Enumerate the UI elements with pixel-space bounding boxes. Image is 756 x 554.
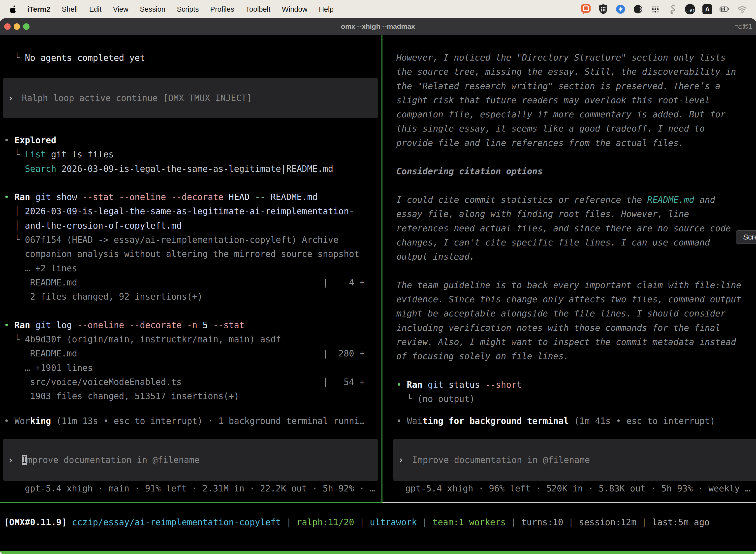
prompt-chevron: › xyxy=(8,93,13,103)
screen: { "menu_bar": { "items": ["iTerm2","Shel… xyxy=(0,0,756,554)
terminal-line xyxy=(392,364,756,378)
terminal-line: However, I noticed the "Directory Struct… xyxy=(392,51,756,65)
terminal-line xyxy=(0,176,381,190)
right-model-status-line: gpt-5.4 xhigh · 96% left · 520K in · 5.8… xyxy=(405,482,750,496)
terminal-line: README.md | 280 + xyxy=(0,346,381,361)
window-title: omx --xhigh --madmax xyxy=(0,22,756,31)
terminal-line: │ 2026-03-09-is-legal-the-same-as-legiti… xyxy=(0,204,381,218)
text-cursor: I xyxy=(22,455,27,465)
terminal-line: references need actual files, and since … xyxy=(392,221,756,235)
shield-grid-icon[interactable] xyxy=(598,4,609,15)
terminal-line: README.md | 4 + xyxy=(0,276,381,290)
terminal-line: • Explored xyxy=(0,133,381,148)
screen-tooltip: Scre xyxy=(736,230,756,244)
close-button[interactable] xyxy=(4,23,11,30)
window-titlebar[interactable]: omx --xhigh --madmax ⌥⌘1 xyxy=(0,18,756,35)
moon-circle-icon[interactable] xyxy=(632,4,643,15)
terminal-line: companion file, especially if more comme… xyxy=(392,107,756,122)
terminal-line: The team guideline is to back every impo… xyxy=(392,278,756,292)
tmux-session-label: [omx-cczip0:bash* xyxy=(2,553,91,554)
messages-icon[interactable] xyxy=(580,4,591,15)
terminal-line: changes, I can't cite specific file line… xyxy=(392,235,756,250)
terminal-line: might be acceptable alongside the file l… xyxy=(392,307,756,321)
terminal-line: I could cite commit statistics or refere… xyxy=(392,193,756,207)
left-input-box[interactable]: › Improve documentation in @filename xyxy=(3,439,378,481)
left-inject-box[interactable]: › Ralph loop active continue [OMX_TMUX_I… xyxy=(3,78,378,118)
menu-item-profiles[interactable]: Profiles xyxy=(210,5,234,13)
timer-61-icon[interactable]: ..61 xyxy=(685,4,695,15)
right-input-text: Improve documentation in @filename xyxy=(393,455,590,465)
terminal-line: Search 2026-03-09-is-legal-the-same-as-l… xyxy=(0,162,381,176)
menu-item-session[interactable]: Session xyxy=(140,5,166,13)
terminal-line: • Ran git status --short xyxy=(392,378,756,392)
wifi-icon[interactable] xyxy=(737,4,748,15)
left-agent-pane[interactable]: └ No agents completed yet › Ralph loop a… xyxy=(0,35,381,502)
terminal-line: 2 files changed, 92 insertions(+) xyxy=(0,290,381,304)
terminal-line: 1903 files changed, 513517 insertions(+) xyxy=(0,389,381,403)
apple-menu-icon[interactable] xyxy=(8,5,16,13)
blue-badge-icon[interactable] xyxy=(615,4,626,15)
menu-item-edit[interactable]: Edit xyxy=(89,5,102,13)
menu-item-scripts[interactable]: Scripts xyxy=(177,5,199,13)
menu-bar: iTerm2ShellEditViewSessionScriptsProfile… xyxy=(0,0,756,18)
tmux-host-clock: "MacBook-Pro-44.local" 04:52 31-Mar-26 xyxy=(555,553,754,554)
prompt-chevron: › xyxy=(8,455,13,465)
terminal-line: src/voice/voiceModeEnabled.ts | 54 + xyxy=(0,375,381,389)
pane-divider-horizontal-active xyxy=(0,502,382,503)
window-shortcut-badge: ⌥⌘1 xyxy=(735,18,753,35)
terminal-window: omx --xhigh --madmax ⌥⌘1 └ No agents com… xyxy=(0,18,756,554)
terminal-line: provide file and line references from th… xyxy=(392,136,756,150)
terminal-line: companion analysis without altering the … xyxy=(0,247,381,261)
terminal-content: └ No agents completed yet › Ralph loop a… xyxy=(0,35,756,554)
terminal-line: └ (no output) xyxy=(392,392,756,406)
left-transcript: • Explored └ List git ls-files Search 20… xyxy=(0,133,381,403)
right-transcript: However, I noticed the "Directory Struct… xyxy=(392,51,756,406)
terminal-line: review. Also, I might want to inspect th… xyxy=(392,335,756,349)
traffic-lights xyxy=(4,23,29,30)
omx-status-bar: [OMX#0.11.9] cczip/essay/ai-reimplementa… xyxy=(4,515,710,530)
terminal-line xyxy=(392,179,756,193)
battery-charging-icon[interactable] xyxy=(719,4,730,15)
terminal-line: │ and-the-erosion-of-copyleft.md xyxy=(0,219,381,233)
menu-item-iterm2[interactable]: iTerm2 xyxy=(27,5,50,13)
dots-grid-icon[interactable] xyxy=(650,4,661,15)
left-model-status-line: gpt-5.4 xhigh · main · 91% left · 2.31M … xyxy=(25,482,375,496)
terminal-line xyxy=(392,150,756,164)
terminal-line: slight risk that future readers may over… xyxy=(392,93,756,107)
terminal-line: • Ran git log --oneline --decorate -n 5 … xyxy=(0,318,381,332)
terminal-line: output instead. xyxy=(392,250,756,264)
menu-item-view[interactable]: View xyxy=(113,5,128,13)
keyboard-a-icon[interactable]: A xyxy=(702,4,713,15)
terminal-line xyxy=(392,264,756,278)
left-input-text: Improve documentation in @filename xyxy=(3,455,199,465)
terminal-line: including verification notes with those … xyxy=(392,321,756,335)
terminal-line: the "Related research writing" section i… xyxy=(392,79,756,93)
terminal-line: … +1901 lines xyxy=(0,361,381,375)
menu-item-shell[interactable]: Shell xyxy=(62,5,78,13)
zoom-button[interactable] xyxy=(23,23,29,30)
left-top-lines: └ No agents completed yet xyxy=(0,51,381,65)
squiggle-icon[interactable] xyxy=(667,4,678,15)
right-input-box[interactable]: › Improve documentation in @filename xyxy=(393,439,756,481)
terminal-line: evidence. Since this change only affects… xyxy=(392,292,756,307)
prompt-chevron: › xyxy=(398,455,403,465)
terminal-line: Considering citation options xyxy=(392,164,756,178)
terminal-line: essay file, along with finding root file… xyxy=(392,207,756,221)
tmux-status-bar: [omx-cczip0:bash* "MacBook-Pro-44.local"… xyxy=(0,551,756,554)
terminal-line: … +2 lines xyxy=(0,261,381,276)
working-status-line: • Working (11m 13s • esc to interrupt) ·… xyxy=(0,414,365,428)
inject-box-text: Ralph loop active continue [OMX_TMUX_INJ… xyxy=(3,93,252,103)
pane-divider-horizontal-inactive xyxy=(382,502,756,503)
menu-items: iTerm2ShellEditViewSessionScriptsProfile… xyxy=(27,5,334,13)
terminal-line: the source tree, missing the essay. Stil… xyxy=(392,65,756,79)
menu-status-icons: ..61 A xyxy=(580,4,748,15)
right-agent-pane[interactable]: However, I noticed the "Directory Struct… xyxy=(383,35,756,502)
menu-item-toolbelt[interactable]: Toolbelt xyxy=(246,5,270,13)
screen-tooltip-text: Scre xyxy=(743,233,756,241)
menu-item-window[interactable]: Window xyxy=(282,5,307,13)
terminal-line xyxy=(0,304,381,318)
menu-item-help[interactable]: Help xyxy=(319,5,334,13)
pane-divider-vertical[interactable] xyxy=(381,35,382,502)
minimize-button[interactable] xyxy=(14,23,20,30)
terminal-line: └ 4b9d30f (origin/main, instructkr/main,… xyxy=(0,332,381,346)
